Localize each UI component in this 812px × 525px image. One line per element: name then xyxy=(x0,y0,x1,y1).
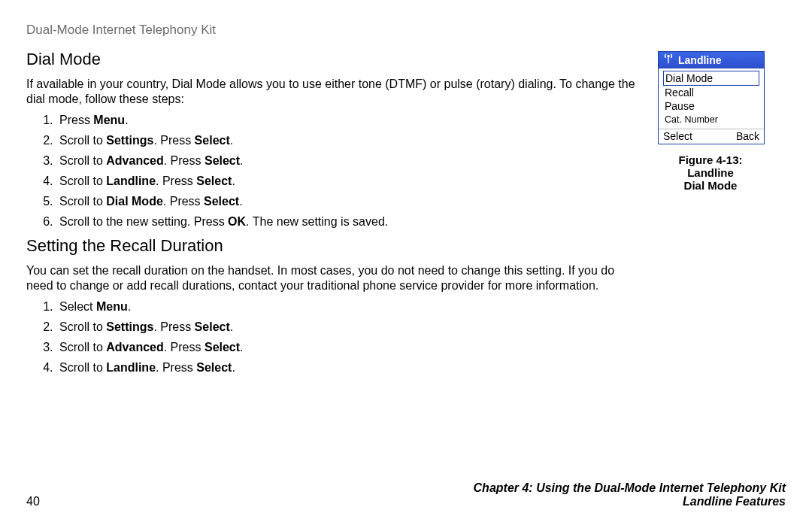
document-page: Dual-Mode Internet Telephony Kit Dial Mo… xyxy=(0,0,812,525)
page-footer: 40 Chapter 4: Using the Dual-Mode Intern… xyxy=(26,481,786,508)
figure-item: Cat. Number xyxy=(663,114,759,126)
figure-item-selected: Dial Mode xyxy=(663,71,759,86)
step: Scroll to Landline. Press Select. xyxy=(56,361,643,375)
figure-item: Recall xyxy=(663,86,759,99)
figure-softkey-left: Select xyxy=(663,130,692,142)
step: Scroll to Settings. Press Select. xyxy=(56,134,643,147)
figure-softkey-right: Back xyxy=(736,130,759,142)
figure-title-bar: Landline xyxy=(659,52,764,68)
step: Press Menu. xyxy=(56,114,643,127)
figure-header-text: Landline xyxy=(678,54,722,66)
footer-chapter: Chapter 4: Using the Dual-Mode Internet … xyxy=(474,481,786,495)
svg-point-1 xyxy=(668,55,669,56)
page-number: 40 xyxy=(26,495,40,508)
section-1-title: Dial Mode xyxy=(26,50,643,69)
step: Scroll to Landline. Press Select. xyxy=(56,174,643,188)
figure-4-13: Landline Dial Mode Recall Pause Cat. Num… xyxy=(658,51,765,144)
section-2-steps: Select Menu. Scroll to Settings. Press S… xyxy=(26,300,643,375)
step: Scroll to Advanced. Press Select. xyxy=(56,341,643,354)
step: Scroll to Dial Mode. Press Select. xyxy=(56,195,643,208)
step: Select Menu. xyxy=(56,300,643,314)
figure-item: Pause xyxy=(663,99,759,113)
section-1-steps: Press Menu. Scroll to Settings. Press Se… xyxy=(26,114,643,229)
section-1-intro: If available in your country, Dial Mode … xyxy=(26,77,643,107)
footer-section: Landline Features xyxy=(474,495,786,508)
step: Scroll to Advanced. Press Select. xyxy=(56,154,643,168)
step: Scroll to Settings. Press Select. xyxy=(56,320,643,334)
section-2-intro: You can set the recall duration on the h… xyxy=(26,263,643,293)
step: Scroll to the new setting. Press OK. The… xyxy=(56,215,643,229)
figure-caption: Figure 4-13: Landline Dial Mode xyxy=(658,153,763,192)
antenna-icon xyxy=(663,53,674,66)
section-2-title: Setting the Recall Duration xyxy=(26,236,643,256)
doc-header: Dual-Mode Internet Telephony Kit xyxy=(26,23,786,38)
